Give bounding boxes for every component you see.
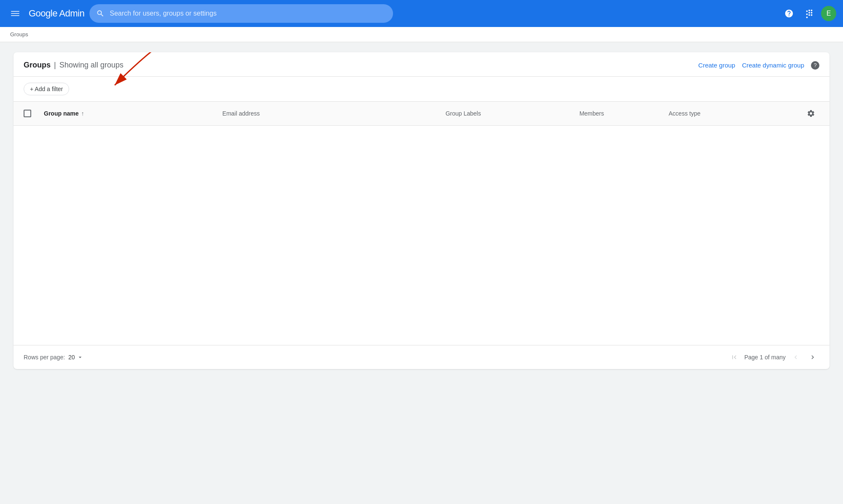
card-title-separator: | xyxy=(54,61,56,70)
breadcrumb: Groups xyxy=(0,27,843,42)
table-header: Group name ↑ Email address Group Labels … xyxy=(13,102,830,126)
col-settings xyxy=(803,107,819,120)
help-icon[interactable]: ? xyxy=(811,61,819,70)
google-admin-logo[interactable]: Google Admin xyxy=(29,8,84,19)
card-title-sub: Showing all groups xyxy=(59,61,124,70)
support-button[interactable] xyxy=(781,5,797,22)
card-title-bold: Groups xyxy=(24,61,51,70)
svg-rect-1 xyxy=(11,13,19,14)
search-bar xyxy=(89,4,393,23)
topbar: Google Admin E xyxy=(0,0,843,27)
sort-arrow-icon: ↑ xyxy=(81,110,84,117)
search-icon xyxy=(96,9,105,18)
col-header-labels[interactable]: Group Labels xyxy=(445,110,579,117)
rows-per-page-value: 20 xyxy=(68,354,75,361)
rows-per-page-label: Rows per page: xyxy=(24,354,65,361)
card-header: Groups | Showing all groups Create group… xyxy=(13,52,830,77)
table-body xyxy=(13,126,830,345)
menu-button[interactable] xyxy=(7,5,24,22)
col-header-members[interactable]: Members xyxy=(579,110,669,117)
avatar[interactable]: E xyxy=(821,6,836,21)
select-all-checkbox[interactable] xyxy=(24,110,31,117)
next-page-button[interactable] xyxy=(806,350,819,364)
logo-text: Google Admin xyxy=(29,8,84,19)
search-input[interactable] xyxy=(110,10,386,17)
add-filter-label: + Add a filter xyxy=(30,86,63,92)
card-title-section: Groups | Showing all groups xyxy=(24,61,692,70)
select-all-checkbox-col xyxy=(24,110,44,117)
prev-page-button[interactable] xyxy=(789,350,803,364)
create-dynamic-group-link[interactable]: Create dynamic group xyxy=(742,62,804,69)
svg-rect-2 xyxy=(11,15,19,16)
rows-per-page: Rows per page: 20 xyxy=(24,354,83,361)
groups-card: Groups | Showing all groups Create group… xyxy=(13,52,830,369)
table-footer: Rows per page: 20 Page 1 of many xyxy=(13,345,830,369)
topbar-actions: E xyxy=(781,5,836,22)
rows-per-page-select[interactable]: 20 xyxy=(68,354,83,361)
create-group-link[interactable]: Create group xyxy=(698,62,735,69)
filter-bar: + Add a filter xyxy=(13,77,830,102)
col-header-access[interactable]: Access type xyxy=(669,110,803,117)
main-content: Groups | Showing all groups Create group… xyxy=(0,42,843,379)
first-page-button[interactable] xyxy=(727,350,741,364)
svg-rect-0 xyxy=(11,11,19,12)
card-header-links: Create group Create dynamic group ? xyxy=(698,61,819,70)
pagination: Page 1 of many xyxy=(727,350,819,364)
table-settings-icon[interactable] xyxy=(804,107,818,120)
col-header-email[interactable]: Email address xyxy=(222,110,445,117)
apps-button[interactable] xyxy=(801,5,818,22)
add-filter-button[interactable]: + Add a filter xyxy=(24,83,69,95)
page-info-text: Page 1 of many xyxy=(744,354,786,361)
col-header-group-name[interactable]: Group name ↑ xyxy=(44,110,222,117)
